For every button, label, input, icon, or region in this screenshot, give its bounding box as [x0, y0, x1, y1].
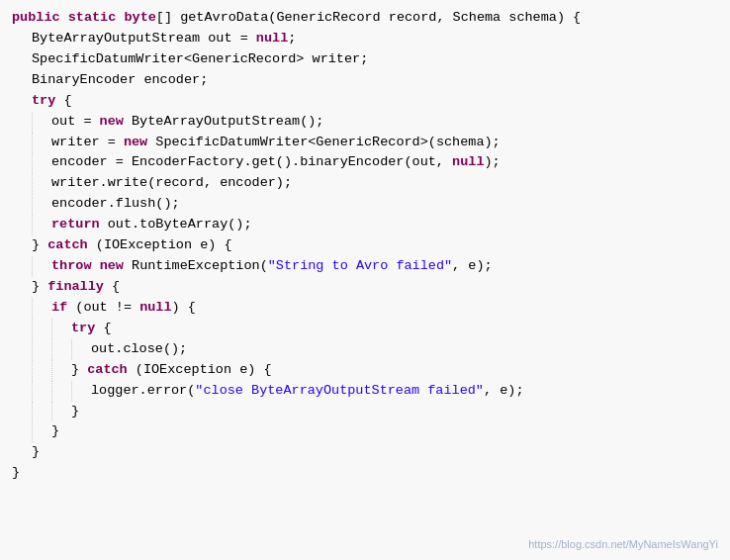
code-line: } finally {	[0, 277, 730, 298]
code-line: BinaryEncoder encoder;	[0, 70, 730, 91]
code-line: writer.write(record, encoder);	[0, 173, 730, 194]
code-line: writer = new SpecificDatumWriter<Generic…	[0, 133, 730, 153]
token-plain: GenericRecord record, Schema schema) {	[276, 8, 581, 29]
token-kw: try	[32, 91, 55, 112]
token-kw: null	[139, 298, 171, 319]
token-str: "close ByteArrayOutputStream failed"	[195, 381, 484, 402]
code-line: }	[0, 421, 730, 442]
token-plain: }	[71, 360, 87, 381]
token-kw: new	[100, 256, 124, 277]
token-kw: if	[51, 298, 67, 319]
token-plain: out =	[51, 112, 100, 133]
token-plain: RuntimeException(	[124, 256, 268, 277]
code-line: try {	[0, 319, 730, 339]
code-line: out = new ByteArrayOutputStream();	[0, 112, 730, 133]
watermark: https://blog.csdn.net/MyNameIsWangYi	[528, 538, 718, 550]
code-line: encoder.flush();	[0, 194, 730, 215]
token-kw: byte	[124, 8, 155, 29]
token-plain: out.close();	[91, 339, 187, 360]
token-plain: ;	[288, 29, 296, 49]
token-str: "String to Avro failed"	[268, 256, 452, 277]
token-kw: new	[124, 133, 147, 153]
code-line: try {	[0, 91, 730, 112]
code-line: ByteArrayOutputStream out = null;	[0, 29, 730, 49]
token-kw: null	[256, 29, 288, 49]
token-plain: [] getAvroData(	[156, 8, 277, 29]
token-plain: }	[32, 235, 47, 256]
token-plain: (IOException e) {	[88, 235, 232, 256]
code-line: public static byte[] getAvroData(Generic…	[0, 8, 730, 29]
token-plain: BinaryEncoder encoder;	[32, 70, 208, 91]
token-kw: public	[12, 8, 60, 29]
token-kw: throw	[51, 256, 92, 277]
token-kw: static	[68, 8, 117, 29]
token-kw: finally	[47, 277, 104, 298]
token-kw: catch	[87, 360, 128, 381]
token-plain: SpecificDatumWriter<GenericRecord> write…	[32, 49, 368, 70]
code-line: } catch (IOException e) {	[0, 360, 730, 381]
code-line: if (out != null) {	[0, 298, 730, 319]
code-line: out.close();	[0, 339, 730, 360]
token-plain: (IOException e) {	[128, 360, 272, 381]
token-kw: try	[71, 319, 95, 339]
code-line: }	[0, 442, 730, 463]
token-plain: }	[51, 421, 59, 442]
code-line: }	[0, 402, 730, 422]
code-line: encoder = EncoderFactory.get().binaryEnc…	[0, 152, 730, 173]
token-plain: ByteArrayOutputStream();	[124, 112, 324, 133]
code-line: return out.toByteArray();	[0, 215, 730, 235]
token-plain: writer.write(record, encoder);	[51, 173, 292, 194]
code-block: public static byte[] getAvroData(Generic…	[0, 8, 730, 484]
token-plain: logger.error(	[91, 381, 195, 402]
token-plain: ByteArrayOutputStream out =	[32, 29, 256, 49]
token-plain: {	[95, 319, 111, 339]
token-plain: );	[484, 152, 500, 173]
token-plain	[116, 8, 124, 29]
token-plain: {	[104, 277, 120, 298]
code-line: logger.error("close ByteArrayOutputStrea…	[0, 381, 730, 402]
code-line: } catch (IOException e) {	[0, 235, 730, 256]
code-line: SpecificDatumWriter<GenericRecord> write…	[0, 49, 730, 70]
token-plain: , e);	[484, 381, 524, 402]
token-plain: encoder = EncoderFactory.get().binaryEnc…	[51, 152, 452, 173]
token-plain	[60, 8, 68, 29]
token-plain: {	[55, 91, 71, 112]
token-plain: }	[32, 442, 40, 463]
code-container: public static byte[] getAvroData(Generic…	[0, 0, 730, 560]
token-kw: return	[51, 215, 100, 235]
token-plain: writer =	[51, 133, 124, 153]
token-kw: null	[452, 152, 484, 173]
token-kw: catch	[47, 235, 88, 256]
token-plain: (out !=	[67, 298, 139, 319]
token-plain: , e);	[452, 256, 493, 277]
token-kw: new	[100, 112, 124, 133]
token-plain: out.toByteArray();	[100, 215, 252, 235]
code-line: }	[0, 463, 730, 484]
token-plain: SpecificDatumWriter<GenericRecord>(schem…	[147, 133, 500, 153]
token-plain: }	[32, 277, 47, 298]
code-line: throw new RuntimeException("String to Av…	[0, 256, 730, 277]
token-plain	[92, 256, 100, 277]
token-plain: ) {	[172, 298, 196, 319]
token-plain: }	[71, 402, 79, 422]
token-plain: encoder.flush();	[51, 194, 180, 215]
token-plain: }	[12, 463, 20, 484]
